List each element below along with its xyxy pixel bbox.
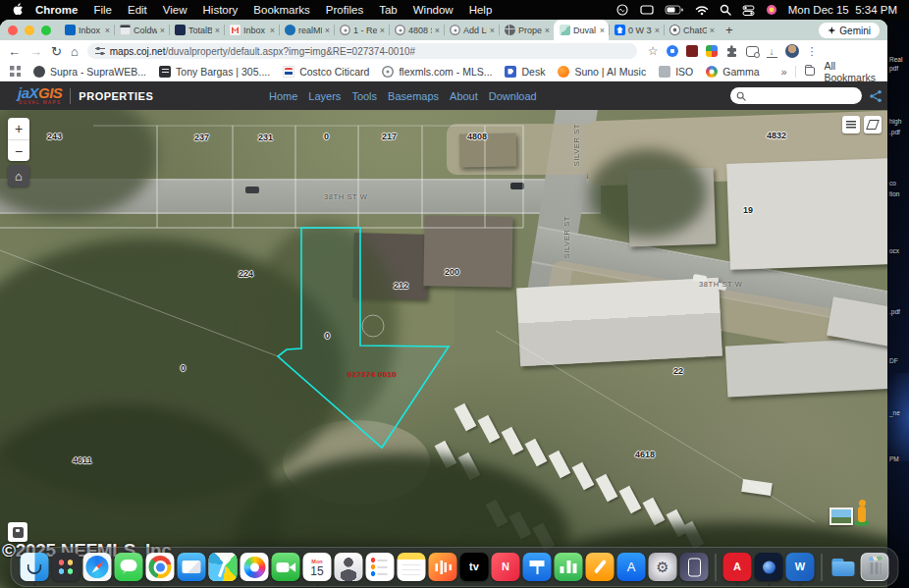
extension-google-icon[interactable]: [706, 45, 718, 57]
tab-close-icon[interactable]: ×: [490, 26, 495, 35]
close-window-button[interactable]: [8, 26, 18, 35]
menu-profiles[interactable]: Profiles: [326, 4, 363, 16]
tab-close-icon[interactable]: ×: [380, 26, 385, 35]
all-bookmarks-label[interactable]: All Bookmarks: [824, 60, 878, 83]
menu-help[interactable]: Help: [469, 4, 493, 16]
dock-messages[interactable]: [115, 553, 143, 581]
share-button[interactable]: [869, 89, 882, 103]
map-search-box[interactable]: [730, 87, 862, 104]
tab-close-icon[interactable]: ×: [545, 26, 550, 35]
bookmark-7[interactable]: Gamma: [706, 66, 759, 78]
dock-safari[interactable]: [83, 553, 112, 581]
map-home-button[interactable]: ⌂: [8, 165, 29, 187]
dock-downloads-folder[interactable]: [829, 553, 858, 581]
tab-9[interactable]: Duval P×: [554, 20, 609, 40]
menu-tab[interactable]: Tab: [379, 4, 398, 16]
dock-iphone-mirroring[interactable]: [680, 553, 709, 581]
nav-download[interactable]: Download: [489, 90, 537, 102]
photos-menu-icon[interactable]: [766, 4, 777, 16]
tab-8[interactable]: Propert×: [499, 20, 554, 40]
dock-appletv[interactable]: tv: [460, 553, 489, 581]
basemap-thumbnail[interactable]: [829, 508, 853, 525]
dock-keynote[interactable]: [523, 553, 552, 581]
apple-logo-icon[interactable]: [12, 3, 24, 17]
tab-close-icon[interactable]: ×: [655, 26, 660, 35]
overview-map-button[interactable]: [8, 522, 27, 542]
bookmark-2[interactable]: Costco Citicard: [283, 66, 369, 78]
extensions-puzzle-icon[interactable]: [725, 45, 738, 58]
menu-history[interactable]: History: [203, 4, 239, 16]
dock-acrobat[interactable]: A: [723, 553, 752, 581]
pegman-icon[interactable]: [853, 499, 871, 526]
dock-mail[interactable]: [178, 553, 206, 581]
tab-2[interactable]: TotalBr×: [169, 20, 224, 40]
bookmark-5[interactable]: Suno | AI Music: [558, 66, 646, 78]
bookmark-4[interactable]: Desk: [505, 66, 545, 78]
address-bar[interactable]: maps.coj.net/duvalproperty/default.aspx?…: [87, 43, 637, 59]
zoom-out-button[interactable]: −: [8, 139, 29, 161]
minimize-window-button[interactable]: [25, 26, 34, 35]
dock-launchpad[interactable]: [52, 553, 80, 581]
bookmark-1[interactable]: Tony Bargas | 305....: [159, 66, 270, 78]
tab-close-icon[interactable]: ×: [215, 26, 220, 35]
tab-6[interactable]: 4808 S×: [389, 20, 444, 40]
tab-11[interactable]: ChatGP×: [664, 20, 719, 40]
dock-contacts[interactable]: [335, 553, 363, 581]
dock-numbers[interactable]: [555, 553, 583, 581]
back-button[interactable]: ←: [8, 45, 21, 58]
bookmarks-overflow-icon[interactable]: »: [781, 66, 787, 78]
profile-avatar[interactable]: [785, 44, 799, 58]
menu-view[interactable]: View: [163, 4, 187, 16]
battery-icon[interactable]: [665, 5, 684, 15]
basemap-swipe-button[interactable]: [864, 116, 882, 134]
legend-button[interactable]: [842, 116, 860, 134]
tab-close-icon[interactable]: ×: [710, 26, 715, 35]
tab-close-icon[interactable]: ×: [325, 26, 330, 35]
menu-edit[interactable]: Edit: [128, 4, 147, 16]
menu-window[interactable]: Window: [413, 4, 454, 16]
tab-7[interactable]: Add Lis×: [444, 20, 499, 40]
tab-5[interactable]: 1 - Resi×: [334, 20, 389, 40]
nav-tools[interactable]: Tools: [351, 90, 377, 102]
dock-word[interactable]: W: [786, 553, 815, 581]
dock-notes[interactable]: [398, 553, 426, 581]
zoom-in-button[interactable]: +: [8, 118, 29, 139]
control-center-icon[interactable]: [742, 5, 755, 16]
dock-audio-wave[interactable]: [429, 553, 457, 581]
nav-basemaps[interactable]: Basemaps: [388, 90, 439, 102]
apps-grid-icon[interactable]: [10, 66, 21, 77]
tab-1[interactable]: Coldwe×: [114, 20, 169, 40]
wifi-icon[interactable]: [695, 5, 709, 16]
dock-finder[interactable]: [21, 553, 49, 581]
tab-3[interactable]: Inbox -×: [224, 20, 279, 40]
tab-search-icon[interactable]: [746, 46, 759, 57]
downloads-icon[interactable]: ↓: [767, 45, 777, 58]
dock-reminders[interactable]: [366, 553, 395, 581]
display-icon[interactable]: [640, 5, 654, 16]
menu-bookmarks[interactable]: Bookmarks: [253, 4, 310, 16]
dock-trash[interactable]: [861, 553, 889, 581]
tab-close-icon[interactable]: ×: [160, 26, 165, 35]
menu-bar-clock[interactable]: Mon Dec 15 5:34 PM: [788, 4, 897, 16]
bookmark-0[interactable]: Supra - SupraWEB...: [33, 66, 146, 78]
tab-close-icon[interactable]: ×: [435, 26, 440, 35]
dock-chrome[interactable]: [146, 553, 175, 581]
tab-4[interactable]: realMLS×: [279, 20, 334, 40]
tab-close-icon[interactable]: ×: [105, 26, 110, 35]
bookmark-6[interactable]: ISO: [659, 66, 693, 78]
jaxgis-logo[interactable]: jaXGIS DUVAL MAPS: [18, 85, 62, 106]
menu-chrome[interactable]: Chrome: [35, 4, 78, 16]
tab-close-icon[interactable]: ×: [270, 26, 275, 35]
tab-0[interactable]: Inbox -×: [59, 20, 114, 40]
bookmark-star-icon[interactable]: ☆: [648, 44, 659, 58]
tab-10[interactable]: 0 W 38×: [609, 20, 664, 40]
extension-blue-icon[interactable]: [667, 45, 678, 57]
dock-appstore[interactable]: A: [617, 553, 646, 581]
spotlight-search-icon[interactable]: [720, 4, 731, 16]
bookmark-3[interactable]: flexmls.com - MLS...: [382, 66, 492, 78]
tab-close-icon[interactable]: ×: [600, 26, 605, 35]
dock-news[interactable]: N: [492, 553, 520, 581]
dock-photos[interactable]: [241, 553, 269, 581]
dock-calendar[interactable]: Mon15: [303, 553, 332, 581]
dock-pages[interactable]: [586, 553, 615, 581]
